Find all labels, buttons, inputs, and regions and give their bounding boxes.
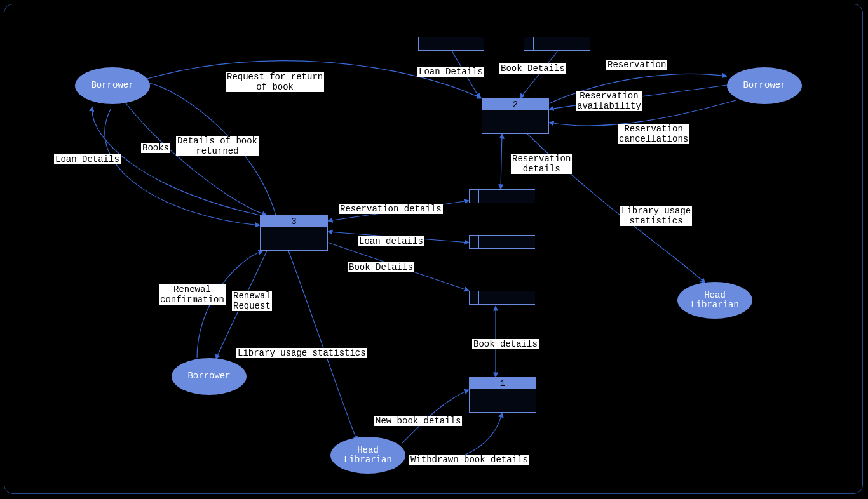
datastore-mid-1 xyxy=(469,189,535,203)
label-reservation-availability: Reservation availability xyxy=(576,91,642,111)
label-withdrawn-book-details: Withdrawn book details xyxy=(409,455,529,465)
datastore-top-left xyxy=(418,37,484,51)
entity-label: Borrower xyxy=(743,81,785,90)
entity-head-librarian-right: Head Librarian xyxy=(677,282,752,319)
process-header: 3 xyxy=(261,216,327,227)
label-library-usage-right: Library usage statistics xyxy=(620,206,692,226)
process-header: 2 xyxy=(482,99,548,110)
label-reservation: Reservation xyxy=(606,60,667,70)
label-details-returned: Details of book returned xyxy=(176,136,259,156)
label-reservation-details-vert: Reservation details xyxy=(511,154,572,174)
label-request-return: Request for return of book xyxy=(226,72,324,92)
entity-label: Borrower xyxy=(187,371,230,381)
label-loan-details-mid: Loan details xyxy=(358,236,424,246)
datastore-mid-3 xyxy=(469,291,535,305)
label-book-details-mid: Book Details xyxy=(348,262,414,272)
label-reservation-cancellations: Reservation cancellations xyxy=(618,124,689,144)
label-books: Books xyxy=(141,143,170,153)
process-3: 3 xyxy=(260,215,328,251)
label-loan-details-left: Loan Details xyxy=(54,154,121,164)
entity-borrower-right: Borrower xyxy=(727,67,802,104)
label-renewal-confirmation: Renewal confirmation xyxy=(159,284,226,305)
datastore-mid-2 xyxy=(469,235,535,249)
entity-borrower-bottom-left: Borrower xyxy=(172,358,247,395)
process-header: 1 xyxy=(470,378,536,389)
entity-head-librarian-bottom: Head Librarian xyxy=(330,437,405,474)
entity-label: Borrower xyxy=(91,81,133,90)
label-loan-details-top: Loan Details xyxy=(417,67,484,77)
label-renewal-request: Renewal Request xyxy=(232,291,272,311)
entity-label: Head Librarian xyxy=(344,446,392,465)
label-new-book-details: New book details xyxy=(374,416,462,426)
label-reservation-details-mid: Reservation details xyxy=(339,204,443,214)
entity-label: Head Librarian xyxy=(691,291,739,310)
process-2: 2 xyxy=(482,98,549,134)
process-1: 1 xyxy=(469,377,536,413)
label-book-details-top: Book Details xyxy=(499,63,566,74)
entity-borrower-top-left: Borrower xyxy=(75,67,150,104)
datastore-top-right xyxy=(524,37,590,51)
label-library-usage-left: Library usage statistics xyxy=(236,348,367,358)
label-book-details-vert: Book details xyxy=(472,339,539,349)
